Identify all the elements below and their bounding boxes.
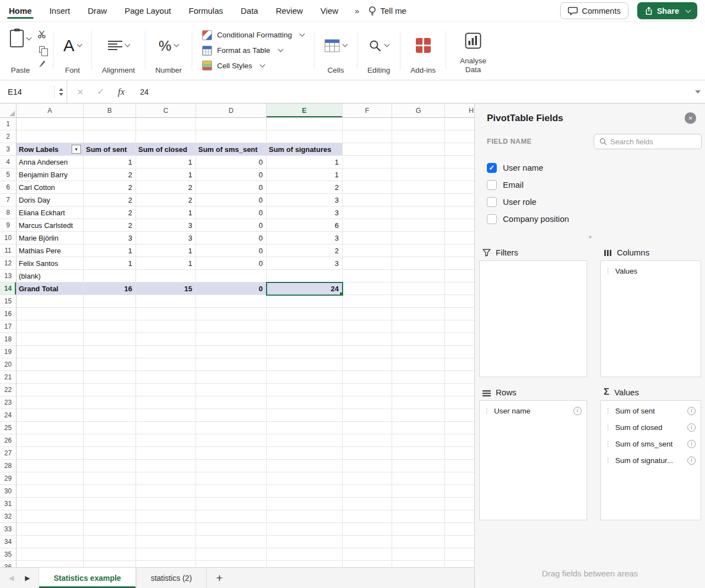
- field-row-user-role[interactable]: User role: [475, 193, 705, 210]
- formula-bar-expand-icon[interactable]: [695, 90, 701, 94]
- cell-C13[interactable]: [136, 270, 196, 282]
- cell-H33[interactable]: [445, 523, 474, 536]
- cell-C31[interactable]: [136, 498, 196, 510]
- row-header-15[interactable]: 15: [0, 295, 17, 308]
- cell-E31[interactable]: [267, 498, 343, 510]
- cell-C10[interactable]: 3: [136, 232, 196, 244]
- cell-E26[interactable]: [267, 434, 343, 447]
- cell-A12[interactable]: Felix Santos: [17, 257, 84, 270]
- cell-H20[interactable]: [445, 358, 474, 371]
- cell-B33[interactable]: [84, 523, 136, 536]
- cell-E3[interactable]: Sum of signatures: [267, 143, 343, 156]
- cell-E1[interactable]: [267, 118, 343, 130]
- cell-G23[interactable]: [392, 396, 445, 409]
- cell-D32[interactable]: [196, 510, 267, 523]
- cell-C15[interactable]: [136, 295, 196, 308]
- cell-B3[interactable]: Sum of sent: [84, 143, 136, 156]
- cell-H30[interactable]: [445, 485, 474, 498]
- cell-C23[interactable]: [136, 396, 196, 409]
- cell-D28[interactable]: [196, 460, 267, 472]
- cell-A33[interactable]: [17, 523, 84, 536]
- cell-A3[interactable]: Row Labels▼: [17, 143, 84, 156]
- cell-D12[interactable]: 0: [196, 257, 267, 270]
- cell-H10[interactable]: [445, 232, 474, 244]
- row-header-7[interactable]: 7: [0, 194, 17, 206]
- cell-D29[interactable]: [196, 472, 267, 485]
- cell-E32[interactable]: [267, 510, 343, 523]
- cell-C14[interactable]: 15: [136, 282, 196, 295]
- row-header-14[interactable]: 14: [0, 282, 17, 295]
- cell-F21[interactable]: [343, 371, 392, 384]
- column-header-B[interactable]: B: [84, 104, 136, 117]
- checkbox-email[interactable]: [487, 180, 497, 190]
- cell-C6[interactable]: 2: [136, 181, 196, 194]
- cell-C27[interactable]: [136, 447, 196, 460]
- cancel-entry-icon[interactable]: ×: [77, 86, 84, 97]
- cell-C34[interactable]: [136, 536, 196, 548]
- cell-A21[interactable]: [17, 371, 84, 384]
- cell-G25[interactable]: [392, 422, 445, 434]
- cell-H27[interactable]: [445, 447, 474, 460]
- add-sheet-button[interactable]: +: [207, 568, 232, 588]
- ribbon-tab-data[interactable]: Data: [241, 0, 258, 21]
- cell-A4[interactable]: Anna Andersen: [17, 156, 84, 168]
- cell-B18[interactable]: [84, 333, 136, 346]
- info-icon[interactable]: i: [573, 407, 582, 415]
- cell-C29[interactable]: [136, 472, 196, 485]
- cell-E27[interactable]: [267, 447, 343, 460]
- ribbon-overflow-chevron[interactable]: »: [355, 6, 359, 15]
- cell-G7[interactable]: [392, 194, 445, 206]
- cell-H22[interactable]: [445, 384, 474, 396]
- share-button[interactable]: Share: [637, 2, 697, 19]
- cell-G10[interactable]: [392, 232, 445, 244]
- cell-E17[interactable]: [267, 320, 343, 333]
- number-group[interactable]: % Number: [147, 25, 191, 75]
- cell-C24[interactable]: [136, 409, 196, 422]
- cell-F22[interactable]: [343, 384, 392, 396]
- cell-F8[interactable]: [343, 206, 392, 219]
- cell-E30[interactable]: [267, 485, 343, 498]
- cell-B22[interactable]: [84, 384, 136, 396]
- row-header-8[interactable]: 8: [0, 206, 17, 219]
- cell-B23[interactable]: [84, 396, 136, 409]
- cell-D7[interactable]: 0: [196, 194, 267, 206]
- cell-E10[interactable]: 3: [267, 232, 343, 244]
- column-header-E[interactable]: E: [267, 104, 343, 117]
- cell-C9[interactable]: 3: [136, 219, 196, 232]
- cell-A16[interactable]: [17, 308, 84, 320]
- cell-G20[interactable]: [392, 358, 445, 371]
- cell-F34[interactable]: [343, 536, 392, 548]
- cell-C28[interactable]: [136, 460, 196, 472]
- cell-A1[interactable]: [17, 118, 84, 130]
- cell-E16[interactable]: [267, 308, 343, 320]
- row-header-33[interactable]: 33: [0, 523, 17, 536]
- pivot-area-item-sum-of-signatur[interactable]: Sum of signatur...i: [601, 452, 701, 469]
- cell-F27[interactable]: [343, 447, 392, 460]
- cell-A6[interactable]: Carl Cotton: [17, 181, 84, 194]
- cell-C3[interactable]: Sum of closed: [136, 143, 196, 156]
- cell-B16[interactable]: [84, 308, 136, 320]
- cell-F26[interactable]: [343, 434, 392, 447]
- cell-D13[interactable]: [196, 270, 267, 282]
- pivot-area-item-sum-of-sent[interactable]: Sum of senti: [601, 402, 701, 419]
- cell-C22[interactable]: [136, 384, 196, 396]
- cell-E9[interactable]: 6: [267, 219, 343, 232]
- cell-G22[interactable]: [392, 384, 445, 396]
- cell-E29[interactable]: [267, 472, 343, 485]
- cell-E23[interactable]: [267, 396, 343, 409]
- cell-D5[interactable]: 0: [196, 168, 267, 181]
- cell-G30[interactable]: [392, 485, 445, 498]
- row-header-21[interactable]: 21: [0, 371, 17, 384]
- cell-H34[interactable]: [445, 536, 474, 548]
- cell-H18[interactable]: [445, 333, 474, 346]
- cell-E21[interactable]: [267, 371, 343, 384]
- field-row-company-position[interactable]: Company position: [475, 210, 705, 227]
- cell-D24[interactable]: [196, 409, 267, 422]
- cell-D18[interactable]: [196, 333, 267, 346]
- cell-D15[interactable]: [196, 295, 267, 308]
- cell-H26[interactable]: [445, 434, 474, 447]
- paste-button[interactable]: [10, 26, 31, 47]
- cell-D4[interactable]: 0: [196, 156, 267, 168]
- row-header-10[interactable]: 10: [0, 232, 17, 244]
- cell-F3[interactable]: [343, 143, 392, 156]
